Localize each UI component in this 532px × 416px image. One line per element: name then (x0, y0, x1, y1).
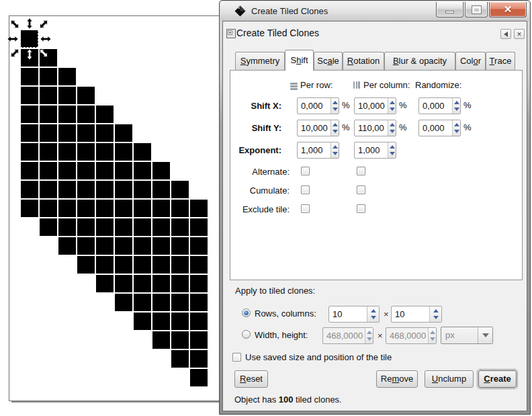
clone-tile[interactable] (77, 181, 95, 198)
clone-tile[interactable] (115, 200, 132, 217)
clone-tile[interactable] (152, 218, 170, 236)
clone-tile[interactable] (152, 181, 170, 198)
clone-tile[interactable] (115, 237, 132, 255)
clone-tile[interactable] (134, 162, 151, 179)
clone-tile[interactable] (40, 162, 57, 179)
cumulate-per-column-checkbox[interactable] (357, 185, 365, 194)
clone-tile[interactable] (134, 294, 151, 311)
unit-dropdown[interactable]: px (441, 327, 493, 344)
clone-tile[interactable] (190, 200, 208, 217)
clone-tile[interactable] (171, 313, 189, 330)
clone-tile[interactable] (134, 143, 151, 161)
clone-tile[interactable] (96, 237, 114, 255)
clone-tile[interactable] (115, 275, 132, 292)
clone-tile[interactable] (115, 162, 132, 179)
clone-tile[interactable] (171, 294, 189, 311)
shift-y-per-row-field[interactable] (297, 120, 339, 136)
clone-tile[interactable] (58, 106, 76, 123)
clone-tile[interactable] (58, 218, 76, 236)
clone-tile[interactable] (171, 256, 189, 274)
spin-buttons[interactable] (452, 120, 460, 136)
columns-field[interactable] (391, 306, 442, 323)
scale-handle-right-icon[interactable] (40, 36, 51, 42)
shift-y-per-column-input[interactable] (355, 120, 388, 136)
exponent-per-column-input[interactable] (355, 142, 388, 158)
clone-tile[interactable] (21, 181, 38, 198)
clone-tile[interactable] (96, 143, 114, 161)
clone-tile[interactable] (77, 256, 95, 274)
create-button[interactable]: Create (478, 370, 517, 388)
clone-tile[interactable] (21, 124, 38, 142)
tab-blur-opacity[interactable]: Blur & opacity (384, 52, 455, 70)
unclump-button[interactable]: Unclump (425, 370, 474, 388)
clone-tile[interactable] (21, 143, 38, 161)
clone-tile[interactable] (152, 237, 170, 255)
clone-tile[interactable] (190, 275, 208, 292)
clone-tile[interactable] (152, 162, 170, 179)
clone-tile[interactable] (58, 68, 76, 85)
clone-tile[interactable] (115, 294, 132, 311)
use-saved-checkbox[interactable] (232, 353, 241, 362)
shift-x-per-column-field[interactable] (354, 97, 396, 114)
clone-tile[interactable] (77, 124, 95, 142)
clone-tile[interactable] (96, 256, 114, 274)
clone-tile[interactable] (96, 181, 114, 198)
clone-tile[interactable] (171, 200, 189, 217)
clone-tile[interactable] (40, 68, 57, 85)
shift-x-per-column-input[interactable] (355, 98, 388, 114)
clone-tile[interactable] (77, 162, 95, 179)
dropdown-button[interactable] (478, 327, 492, 343)
rows-input[interactable] (329, 306, 367, 322)
clone-tile[interactable] (77, 200, 95, 217)
clone-tile[interactable] (134, 256, 151, 274)
shift-x-randomize-field[interactable] (418, 97, 461, 114)
clone-tile[interactable] (96, 106, 114, 123)
spin-buttons[interactable] (367, 306, 379, 322)
clone-tile[interactable] (134, 218, 151, 236)
height-input[interactable] (386, 328, 428, 343)
spin-buttons[interactable] (388, 142, 396, 158)
tab-shift[interactable]: Shift (285, 50, 314, 71)
clone-tile[interactable] (58, 181, 76, 198)
clone-tile[interactable] (171, 275, 189, 292)
clone-tile[interactable] (190, 369, 208, 386)
clone-tile[interactable] (77, 143, 95, 161)
panel-close-button[interactable]: ✕ (514, 29, 525, 39)
spin-buttons[interactable] (330, 98, 339, 114)
tab-scale[interactable]: Scale (314, 52, 343, 70)
cumulate-per-row-checkbox[interactable] (301, 185, 310, 194)
reset-button[interactable]: Reset (234, 370, 268, 388)
spin-buttons[interactable] (330, 142, 339, 158)
clone-tile[interactable] (115, 143, 132, 161)
clone-tile[interactable] (58, 162, 76, 179)
clone-tile[interactable] (40, 181, 57, 198)
shift-y-randomize-input[interactable] (419, 120, 452, 136)
spin-buttons[interactable] (330, 120, 339, 136)
clone-tile[interactable] (152, 294, 170, 311)
exclude-per-column-checkbox[interactable] (357, 204, 365, 213)
rows-columns-radio[interactable] (242, 308, 251, 317)
width-field[interactable] (322, 327, 373, 344)
clone-tile[interactable] (171, 237, 189, 255)
spin-buttons[interactable] (388, 120, 396, 136)
spin-buttons[interactable] (388, 98, 396, 114)
clone-tile[interactable] (96, 275, 114, 292)
clone-tile[interactable] (171, 331, 189, 349)
clone-tile[interactable] (58, 143, 76, 161)
clone-tile[interactable] (152, 275, 170, 292)
clone-tile[interactable] (152, 256, 170, 274)
clone-tile[interactable] (77, 237, 95, 255)
tab-color[interactable]: Color (455, 52, 486, 70)
spin-buttons[interactable] (452, 98, 460, 114)
minimize-button[interactable] (436, 2, 463, 17)
scale-handle-left-icon[interactable] (7, 36, 18, 42)
close-button[interactable]: ✕ (489, 2, 527, 17)
clone-tile[interactable] (21, 162, 38, 179)
clone-tile[interactable] (171, 218, 189, 236)
window-titlebar[interactable]: Create Tiled Clones ✕ (220, 1, 529, 21)
exponent-per-row-input[interactable] (298, 142, 330, 158)
exponent-per-row-field[interactable] (297, 142, 339, 159)
clone-tile[interactable] (58, 87, 76, 104)
clone-tile[interactable] (96, 124, 114, 142)
panel-undock-button[interactable] (500, 29, 511, 39)
